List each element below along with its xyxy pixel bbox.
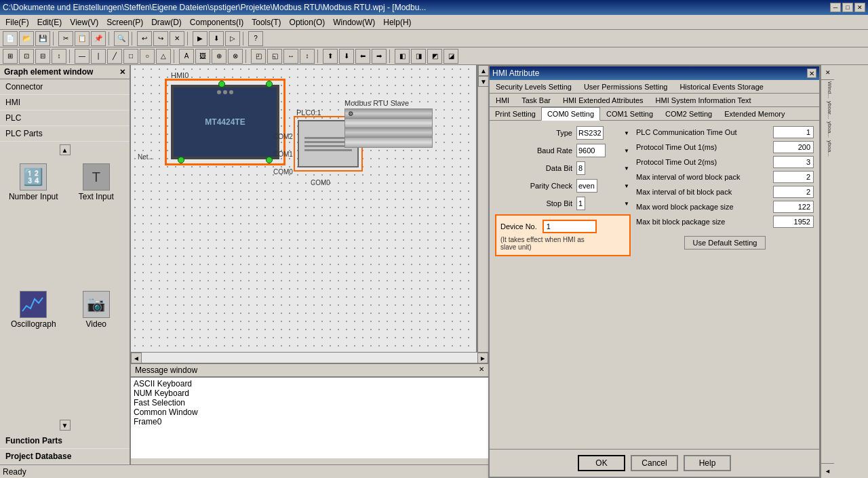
data-bit-select[interactable]: 8 7	[576, 161, 585, 175]
tb-open[interactable]: 📂	[19, 31, 34, 46]
scroll-up[interactable]: ▲	[478, 65, 488, 76]
cancel-button[interactable]: Cancel	[631, 455, 678, 471]
type-select[interactable]: RS232 RS485 RS422	[576, 126, 604, 140]
tb2-8[interactable]: □	[123, 49, 138, 64]
tab-task-bar[interactable]: Task Bar	[515, 94, 557, 106]
canvas-area[interactable]: HMI0 MT4424TE	[131, 65, 477, 352]
maximize-button[interactable]: □	[842, 3, 853, 12]
tree-item-hmi[interactable]: HMI	[0, 95, 130, 111]
proto-tout1-input[interactable]	[773, 141, 814, 153]
menu-file[interactable]: File(F)	[1, 16, 33, 28]
menu-components[interactable]: Components(I)	[186, 16, 248, 28]
stop-bit-select[interactable]: 1 2	[576, 197, 585, 210]
baud-rate-select[interactable]: 9600 19200 38400 115200	[576, 144, 606, 157]
tb-new[interactable]: 📄	[3, 31, 18, 46]
max-bit-block-input[interactable]	[773, 186, 814, 198]
tb2-23[interactable]: ◧	[395, 49, 410, 64]
tb2-19[interactable]: ⬆	[323, 49, 338, 64]
scroll-down[interactable]: ▼	[478, 76, 488, 87]
tb-copy[interactable]: 📋	[75, 31, 90, 46]
max-bit-pkg-input[interactable]	[773, 216, 814, 228]
menu-draw[interactable]: Draw(D)	[147, 16, 186, 28]
scroll-up-arrow[interactable]: ▲	[60, 144, 71, 155]
tb-delete[interactable]: ✕	[170, 31, 184, 46]
ok-button[interactable]: OK	[578, 455, 625, 471]
right-strip-expand[interactable]: ◄	[821, 463, 834, 478]
menu-option[interactable]: Option(O)	[285, 16, 330, 28]
tb2-24[interactable]: ◨	[411, 49, 426, 64]
hmi-attr-close-button[interactable]: ✕	[807, 68, 816, 78]
tb-undo[interactable]: ↩	[137, 31, 152, 46]
tb-cut[interactable]: ✂	[58, 31, 73, 46]
tree-item-project-database[interactable]: Project Database	[0, 449, 130, 464]
tb2-2[interactable]: ⊡	[19, 49, 34, 64]
tb-paste[interactable]: 📌	[91, 31, 106, 46]
device-no-input[interactable]	[542, 220, 597, 233]
tb-download[interactable]: ⬇	[209, 31, 224, 46]
tb2-7[interactable]: ╱	[107, 49, 122, 64]
tb2-20[interactable]: ⬇	[339, 49, 354, 64]
tb-help[interactable]: ?	[248, 31, 263, 46]
scroll-right[interactable]: ►	[477, 353, 488, 363]
tb2-6[interactable]: |	[91, 49, 106, 64]
tab-user-permissions[interactable]: User Permissions Setting	[578, 80, 674, 93]
tb2-16[interactable]: ◱	[267, 49, 282, 64]
tb2-17[interactable]: ↔	[283, 49, 298, 64]
right-strip-item-2[interactable]: yboar...	[821, 100, 834, 120]
tb2-25[interactable]: ◩	[427, 49, 442, 64]
tb-simulate[interactable]: ▷	[225, 31, 240, 46]
sub-tab-extended-memory[interactable]: Extended Memory	[718, 107, 791, 120]
tree-item-plc[interactable]: PLC	[0, 111, 130, 126]
right-strip-item-4[interactable]: yboa...	[821, 139, 834, 158]
tb-save[interactable]: 💾	[35, 31, 50, 46]
tb2-4[interactable]: ↕	[52, 49, 66, 64]
tab-hmi-extended[interactable]: HMI Extended Attributes	[557, 94, 650, 106]
right-strip-item-1[interactable]: Wind...	[821, 80, 834, 100]
plc-comm-input[interactable]	[773, 126, 814, 138]
tb2-22[interactable]: ➡	[372, 49, 387, 64]
canvas-scroll-horizontal[interactable]: ◄ ►	[131, 352, 488, 363]
tb2-9[interactable]: ○	[140, 49, 155, 64]
comp-number-input[interactable]: 🔢 Number Input	[3, 161, 64, 287]
canvas-scroll-vertical[interactable]: ▲ ▼	[477, 65, 488, 352]
menu-screen[interactable]: Screen(P)	[102, 16, 147, 28]
menu-help[interactable]: Help(H)	[379, 16, 415, 28]
tb2-12[interactable]: 🖼	[195, 49, 210, 64]
tb2-21[interactable]: ⬅	[355, 49, 370, 64]
tb-redo[interactable]: ↪	[153, 31, 168, 46]
comp-oscillograph[interactable]: Oscillograph	[3, 288, 64, 414]
tb-compile[interactable]: ▶	[193, 31, 208, 46]
sub-tab-com0[interactable]: COM0 Setting	[541, 107, 600, 121]
tb2-11[interactable]: A	[179, 49, 194, 64]
panel-close-button[interactable]: ✕	[119, 68, 125, 77]
tb2-13[interactable]: ⊕	[212, 49, 226, 64]
tree-item-connector[interactable]: Connector	[0, 79, 130, 95]
use-default-setting-button[interactable]: Use Default Setting	[684, 236, 766, 250]
tb2-3[interactable]: ⊟	[35, 49, 50, 64]
tree-item-plc-parts[interactable]: PLC Parts	[0, 126, 130, 142]
scroll-left[interactable]: ◄	[131, 353, 142, 363]
tb2-15[interactable]: ◰	[251, 49, 266, 64]
tb2-14[interactable]: ⊗	[228, 49, 243, 64]
tab-system-info[interactable]: HMI System Information Text	[650, 94, 757, 106]
tab-hmi[interactable]: HMI	[490, 94, 515, 106]
tb2-26[interactable]: ◪	[443, 49, 458, 64]
tb2-5[interactable]: —	[75, 49, 90, 64]
right-strip-item-3[interactable]: yboa...	[821, 120, 834, 139]
sub-tab-com1[interactable]: COM1 Setting	[600, 107, 659, 120]
max-word-pkg-input[interactable]	[773, 201, 814, 213]
help-button[interactable]: Help	[684, 455, 731, 471]
menu-tools[interactable]: Tools(T)	[248, 16, 285, 28]
scroll-down-arrow[interactable]: ▼	[60, 420, 71, 431]
menu-window[interactable]: Window(W)	[329, 16, 379, 28]
menu-edit[interactable]: Edit(E)	[33, 16, 66, 28]
tb-search[interactable]: 🔍	[114, 31, 129, 46]
tb2-1[interactable]: ⊞	[3, 49, 18, 64]
comp-text-input[interactable]: T Text Input	[66, 161, 127, 287]
message-close-icon[interactable]: ✕	[479, 365, 484, 375]
tab-historical-events[interactable]: Historical Events Storage	[673, 80, 770, 93]
sub-tab-com2[interactable]: COM2 Setting	[659, 107, 718, 120]
tb2-10[interactable]: △	[156, 49, 171, 64]
tab-security-levels[interactable]: Security Levels Setting	[490, 80, 578, 93]
tree-item-function-parts[interactable]: Function Parts	[0, 433, 130, 449]
